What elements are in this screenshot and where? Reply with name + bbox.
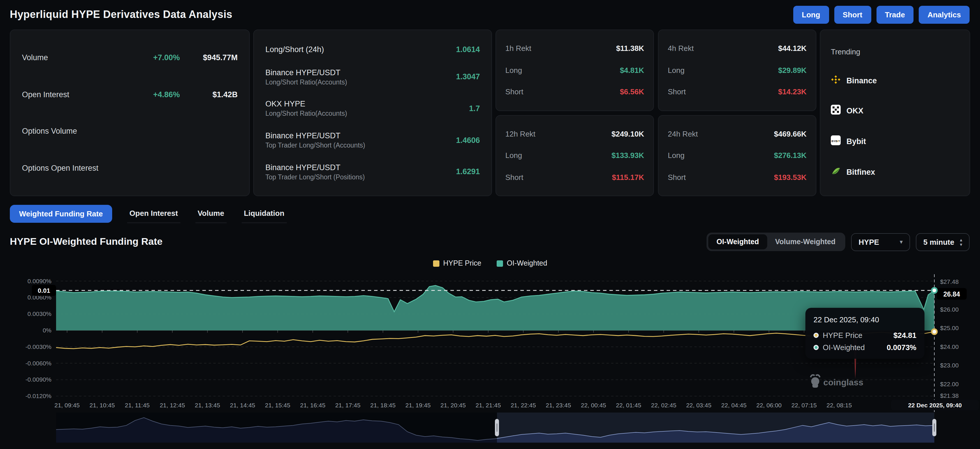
svg-text:0.01: 0.01	[38, 287, 50, 294]
svg-text:BYBIT: BYBIT	[831, 139, 840, 143]
rekt-short-label: Short	[668, 88, 686, 96]
rekt-period-label: 24h Rekt	[668, 129, 698, 138]
stat-change: +4.86%	[128, 90, 180, 99]
hype-price-marker	[932, 329, 937, 334]
rekt-long-line: Long$133.93K	[505, 151, 644, 160]
symbol-select[interactable]: HYPE ▾	[851, 233, 910, 251]
right-axis-tick: $21.38	[940, 392, 959, 399]
x-axis-tick: 21, 16:45	[300, 402, 326, 409]
ratio-labels: Binance HYPE/USDTLong/Short Ratio(Accoun…	[266, 68, 456, 86]
svg-text:26.84: 26.84	[943, 291, 960, 298]
rekt-total-value: $469.66K	[774, 129, 807, 138]
x-axis-tick: 22, 00:45	[581, 402, 606, 409]
interval-select[interactable]: 5 minute ▴▾	[916, 233, 970, 251]
ratio-labels: Long/Short (24h)	[266, 45, 456, 54]
rekt-long-value: $29.89K	[778, 66, 807, 75]
rekt-long-line: Long$276.13K	[668, 151, 807, 160]
chart-legend: HYPE PriceOI-Weighted	[0, 259, 980, 267]
x-axis-tick: 21, 20:45	[441, 402, 466, 409]
header-button-analytics[interactable]: Analytics	[919, 6, 970, 24]
coinglass-watermark: coinglass	[811, 375, 863, 388]
rekt-period-label: 1h Rekt	[505, 44, 531, 53]
rekt-long-value: $276.13K	[774, 151, 807, 160]
market-stats-card: Volume+7.00%$945.77MOpen Interest+4.86%$…	[10, 29, 250, 196]
ratio-value: 1.4606	[456, 136, 480, 144]
tooltip-row-hype-price: HYPE Price$24.81	[813, 331, 916, 340]
trending-card: Trending BinanceOKXBYBITBybitBitfinex	[820, 29, 970, 196]
x-axis-tick: 21, 11:45	[125, 402, 150, 409]
ratio-label: OKX HYPE	[266, 100, 469, 109]
tooltip-date: 22 Dec 2025, 09:40	[813, 315, 916, 324]
right-axis-tick: $25.00	[940, 324, 959, 331]
ratio-sublabel: Long/Short Ratio(Accounts)	[266, 79, 456, 86]
series-dot-icon	[813, 345, 819, 350]
chevron-down-icon: ▾	[900, 239, 902, 244]
stat-value: $1.42B	[180, 90, 238, 99]
trending-item-okx[interactable]: OKX	[831, 105, 959, 117]
oi-weighted-marker	[932, 288, 937, 293]
ratio-row: OKX HYPELong/Short Ratio(Accounts)1.7	[266, 100, 480, 117]
navigator-selection[interactable]	[497, 412, 934, 443]
left-axis-tick: 0%	[43, 327, 51, 334]
ratio-label: Binance HYPE/USDT	[266, 163, 456, 171]
toggle-option-oi-weighted[interactable]: OI-Weighted	[708, 234, 767, 249]
rekt-short-line: Short$115.17K	[505, 173, 644, 182]
header-button-long[interactable]: Long	[793, 6, 829, 24]
tab-weighted-funding-rate[interactable]: Weighted Funding Rate	[10, 205, 112, 223]
x-axis-tick: 22, 07:15	[792, 402, 817, 409]
stat-label: Volume	[22, 54, 128, 62]
chart-title: HYPE OI-Weighted Funding Rate	[10, 236, 162, 248]
chart-tooltip: 22 Dec 2025, 09:40 HYPE Price$24.81OI-We…	[805, 308, 924, 359]
stat-change: +7.00%	[128, 54, 180, 62]
tooltip-row-oi-weighted: OI-Weighted0.0073%	[813, 343, 916, 352]
ratio-row: Binance HYPE/USDTTop Trader Long/Short (…	[266, 163, 480, 180]
navigator-handle-left[interactable]	[495, 419, 499, 436]
trending-item-binance[interactable]: Binance	[831, 74, 959, 86]
ratio-row: Binance HYPE/USDTTop Trader Long/Short (…	[266, 131, 480, 149]
x-axis-tick: 21, 18:45	[370, 402, 396, 409]
rekt-short-line: Short$6.56K	[505, 88, 644, 96]
top-bar: Hyperliquid HYPE Derivatives Data Analys…	[0, 0, 980, 27]
legend-item-oi-weighted[interactable]: OI-Weighted	[496, 259, 547, 267]
rekt-header-line: 12h Rekt$249.10K	[505, 129, 644, 138]
tab-liquidation[interactable]: Liquidation	[242, 204, 286, 223]
stats-row: Volume+7.00%$945.77MOpen Interest+4.86%$…	[0, 27, 980, 196]
x-axis-tick: 22, 02:45	[651, 402, 676, 409]
stat-value: $945.77M	[180, 54, 238, 62]
tab-open-interest[interactable]: Open Interest	[127, 204, 180, 223]
trending-item-label: Bitfinex	[846, 168, 875, 176]
chart-canvas[interactable]: 0.0090%0.0060%0.0030%0%-0.0030%-0.0060%-…	[0, 270, 980, 449]
stat-row: Open Interest+4.86%$1.42B	[22, 90, 238, 99]
ratio-labels: Binance HYPE/USDTTop Trader Long/Short (…	[266, 131, 456, 149]
right-axis-tick: $26.00	[940, 306, 959, 313]
header-button-trade[interactable]: Trade	[876, 6, 913, 24]
header-button-short[interactable]: Short	[834, 6, 871, 24]
trending-item-bitfinex[interactable]: Bitfinex	[831, 166, 959, 178]
ratio-sublabel: Top Trader Long/Short (Positions)	[266, 173, 456, 180]
chart-header: HYPE OI-Weighted Funding Rate OI-Weighte…	[0, 228, 980, 251]
right-axis-tick: $22.00	[940, 381, 959, 387]
x-axis-tick: 22, 06:00	[756, 402, 782, 409]
left-axis-tick: -0.0120%	[25, 393, 51, 399]
right-axis-tick: $27.48	[940, 278, 959, 285]
trending-title: Trending	[831, 48, 959, 56]
toggle-option-volume-weighted[interactable]: Volume-Weighted	[767, 234, 843, 249]
trending-item-bybit[interactable]: BYBITBybit	[831, 136, 959, 148]
ratio-label: Binance HYPE/USDT	[266, 68, 456, 77]
rekt-short-label: Short	[505, 173, 523, 182]
tab-volume[interactable]: Volume	[195, 204, 226, 223]
ratio-sublabel: Top Trader Long/Short (Accounts)	[266, 142, 456, 149]
ratio-value: 1.7	[469, 104, 480, 113]
ratio-value: 1.6291	[456, 167, 480, 176]
bybit-icon: BYBIT	[831, 136, 841, 148]
chart-tabs: Weighted Funding RateOpen InterestVolume…	[0, 196, 980, 228]
ratio-sublabel: Long/Short Ratio(Accounts)	[266, 110, 469, 117]
legend-item-hype-price[interactable]: HYPE Price	[433, 259, 481, 267]
navigator-handle-right[interactable]	[932, 419, 936, 436]
ratio-labels: Binance HYPE/USDTTop Trader Long/Short (…	[266, 163, 456, 180]
bitfinex-icon	[831, 166, 841, 178]
x-axis-tick: 21, 10:45	[90, 402, 115, 409]
trending-item-label: Bybit	[846, 137, 866, 146]
binance-icon	[831, 74, 841, 86]
navigator-mask	[56, 412, 497, 443]
